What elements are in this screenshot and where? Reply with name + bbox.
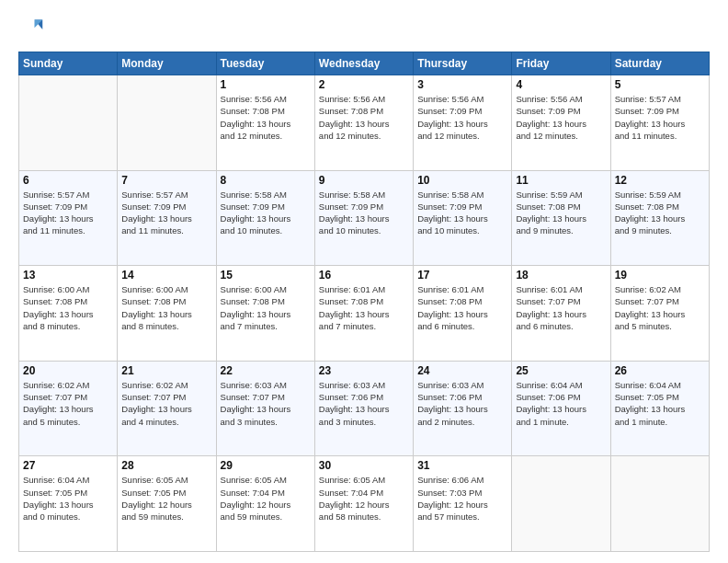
calendar-cell: 19Sunrise: 6:02 AM Sunset: 7:07 PM Dayli… <box>610 266 709 362</box>
day-number: 15 <box>221 269 311 282</box>
day-number: 14 <box>121 269 211 282</box>
day-number: 22 <box>221 364 311 377</box>
day-number: 9 <box>319 174 409 187</box>
calendar-cell: 27Sunrise: 6:04 AM Sunset: 7:05 PM Dayli… <box>19 456 118 552</box>
calendar-week-row: 20Sunrise: 6:02 AM Sunset: 7:07 PM Dayli… <box>19 361 710 456</box>
day-number: 24 <box>417 364 507 377</box>
day-info: Sunrise: 5:58 AM Sunset: 7:09 PM Dayligh… <box>221 189 311 237</box>
day-number: 23 <box>319 364 409 377</box>
weekday-header: Monday <box>118 52 216 75</box>
day-number: 11 <box>516 174 606 187</box>
calendar-cell: 13Sunrise: 6:00 AM Sunset: 7:08 PM Dayli… <box>19 266 118 362</box>
weekday-header: Sunday <box>19 52 118 75</box>
day-number: 26 <box>615 364 705 377</box>
calendar-week-row: 27Sunrise: 6:04 AM Sunset: 7:05 PM Dayli… <box>19 456 710 552</box>
calendar-cell: 4Sunrise: 5:56 AM Sunset: 7:09 PM Daylig… <box>512 75 610 171</box>
calendar-cell: 26Sunrise: 6:04 AM Sunset: 7:05 PM Dayli… <box>610 361 709 456</box>
calendar-cell: 6Sunrise: 5:57 AM Sunset: 7:09 PM Daylig… <box>19 170 118 266</box>
weekday-header: Friday <box>512 52 610 75</box>
day-info: Sunrise: 6:05 AM Sunset: 7:04 PM Dayligh… <box>221 474 311 523</box>
day-number: 7 <box>121 174 211 187</box>
day-number: 6 <box>23 174 113 187</box>
day-number: 2 <box>319 78 409 91</box>
day-info: Sunrise: 6:03 AM Sunset: 7:07 PM Dayligh… <box>221 379 311 428</box>
day-info: Sunrise: 6:01 AM Sunset: 7:07 PM Dayligh… <box>516 283 606 332</box>
day-info: Sunrise: 6:03 AM Sunset: 7:06 PM Dayligh… <box>417 379 507 428</box>
calendar-table: SundayMondayTuesdayWednesdayThursdayFrid… <box>18 52 710 552</box>
calendar-cell: 12Sunrise: 5:59 AM Sunset: 7:08 PM Dayli… <box>610 170 709 266</box>
day-info: Sunrise: 6:01 AM Sunset: 7:08 PM Dayligh… <box>417 283 507 332</box>
day-number: 13 <box>23 269 113 282</box>
weekday-header: Wednesday <box>314 52 413 75</box>
calendar-cell: 25Sunrise: 6:04 AM Sunset: 7:06 PM Dayli… <box>512 361 610 456</box>
day-info: Sunrise: 6:05 AM Sunset: 7:05 PM Dayligh… <box>121 474 211 523</box>
day-info: Sunrise: 6:00 AM Sunset: 7:08 PM Dayligh… <box>121 283 211 332</box>
calendar-cell: 1Sunrise: 5:56 AM Sunset: 7:08 PM Daylig… <box>216 75 314 171</box>
calendar-cell: 8Sunrise: 5:58 AM Sunset: 7:09 PM Daylig… <box>216 170 314 266</box>
calendar-week-row: 13Sunrise: 6:00 AM Sunset: 7:08 PM Dayli… <box>19 266 710 362</box>
calendar-week-row: 6Sunrise: 5:57 AM Sunset: 7:09 PM Daylig… <box>19 170 710 266</box>
calendar-cell: 11Sunrise: 5:59 AM Sunset: 7:08 PM Dayli… <box>512 170 610 266</box>
calendar-cell: 28Sunrise: 6:05 AM Sunset: 7:05 PM Dayli… <box>118 456 216 552</box>
calendar-cell: 14Sunrise: 6:00 AM Sunset: 7:08 PM Dayli… <box>118 266 216 362</box>
calendar-cell: 16Sunrise: 6:01 AM Sunset: 7:08 PM Dayli… <box>314 266 413 362</box>
calendar-cell: 5Sunrise: 5:57 AM Sunset: 7:09 PM Daylig… <box>610 75 709 171</box>
calendar-cell: 29Sunrise: 6:05 AM Sunset: 7:04 PM Dayli… <box>216 456 314 552</box>
calendar-cell <box>512 456 610 552</box>
day-info: Sunrise: 6:03 AM Sunset: 7:06 PM Dayligh… <box>319 379 409 428</box>
day-info: Sunrise: 6:00 AM Sunset: 7:08 PM Dayligh… <box>23 283 113 332</box>
calendar-cell: 17Sunrise: 6:01 AM Sunset: 7:08 PM Dayli… <box>414 266 512 362</box>
day-number: 27 <box>23 459 113 472</box>
day-info: Sunrise: 6:02 AM Sunset: 7:07 PM Dayligh… <box>23 379 113 428</box>
day-info: Sunrise: 6:04 AM Sunset: 7:06 PM Dayligh… <box>516 379 606 428</box>
calendar-cell <box>19 75 118 171</box>
calendar-cell: 31Sunrise: 6:06 AM Sunset: 7:03 PM Dayli… <box>414 456 512 552</box>
day-info: Sunrise: 6:06 AM Sunset: 7:03 PM Dayligh… <box>417 474 507 523</box>
calendar-cell: 2Sunrise: 5:56 AM Sunset: 7:08 PM Daylig… <box>314 75 413 171</box>
calendar-cell <box>118 75 216 171</box>
day-info: Sunrise: 5:59 AM Sunset: 7:08 PM Dayligh… <box>516 189 606 237</box>
day-number: 20 <box>23 364 113 377</box>
day-number: 16 <box>319 269 409 282</box>
day-info: Sunrise: 6:04 AM Sunset: 7:05 PM Dayligh… <box>23 474 113 523</box>
day-info: Sunrise: 6:00 AM Sunset: 7:08 PM Dayligh… <box>221 283 311 332</box>
day-info: Sunrise: 6:01 AM Sunset: 7:08 PM Dayligh… <box>319 283 409 332</box>
calendar-cell: 3Sunrise: 5:56 AM Sunset: 7:09 PM Daylig… <box>414 75 512 171</box>
day-number: 29 <box>221 459 311 472</box>
calendar-cell <box>610 456 709 552</box>
day-info: Sunrise: 6:05 AM Sunset: 7:04 PM Dayligh… <box>319 474 409 523</box>
day-number: 19 <box>615 269 705 282</box>
day-number: 21 <box>121 364 211 377</box>
day-info: Sunrise: 6:04 AM Sunset: 7:05 PM Dayligh… <box>615 379 705 428</box>
day-number: 5 <box>615 78 705 91</box>
logo <box>18 17 48 42</box>
calendar-cell: 23Sunrise: 6:03 AM Sunset: 7:06 PM Dayli… <box>314 361 413 456</box>
day-number: 28 <box>121 459 211 472</box>
day-number: 4 <box>516 78 606 91</box>
weekday-header: Tuesday <box>216 52 314 75</box>
calendar-cell: 18Sunrise: 6:01 AM Sunset: 7:07 PM Dayli… <box>512 266 610 362</box>
day-number: 1 <box>221 78 311 91</box>
day-number: 12 <box>615 174 705 187</box>
calendar-cell: 30Sunrise: 6:05 AM Sunset: 7:04 PM Dayli… <box>314 456 413 552</box>
day-info: Sunrise: 5:57 AM Sunset: 7:09 PM Dayligh… <box>615 93 705 142</box>
calendar-cell: 20Sunrise: 6:02 AM Sunset: 7:07 PM Dayli… <box>19 361 118 456</box>
calendar-page: SundayMondayTuesdayWednesdayThursdayFrid… <box>0 0 728 563</box>
day-info: Sunrise: 6:02 AM Sunset: 7:07 PM Dayligh… <box>121 379 211 428</box>
calendar-cell: 15Sunrise: 6:00 AM Sunset: 7:08 PM Dayli… <box>216 266 314 362</box>
day-info: Sunrise: 5:56 AM Sunset: 7:08 PM Dayligh… <box>221 93 311 142</box>
calendar-cell: 24Sunrise: 6:03 AM Sunset: 7:06 PM Dayli… <box>414 361 512 456</box>
day-number: 30 <box>319 459 409 472</box>
day-number: 18 <box>516 269 606 282</box>
calendar-cell: 22Sunrise: 6:03 AM Sunset: 7:07 PM Dayli… <box>216 361 314 456</box>
day-info: Sunrise: 5:56 AM Sunset: 7:08 PM Dayligh… <box>319 93 409 142</box>
day-number: 8 <box>221 174 311 187</box>
logo-icon <box>18 17 44 42</box>
calendar-cell: 9Sunrise: 5:58 AM Sunset: 7:09 PM Daylig… <box>314 170 413 266</box>
day-info: Sunrise: 5:58 AM Sunset: 7:09 PM Dayligh… <box>417 189 507 237</box>
weekday-header: Saturday <box>610 52 709 75</box>
calendar-cell: 7Sunrise: 5:57 AM Sunset: 7:09 PM Daylig… <box>118 170 216 266</box>
day-info: Sunrise: 5:58 AM Sunset: 7:09 PM Dayligh… <box>319 189 409 237</box>
calendar-cell: 10Sunrise: 5:58 AM Sunset: 7:09 PM Dayli… <box>414 170 512 266</box>
day-number: 25 <box>516 364 606 377</box>
